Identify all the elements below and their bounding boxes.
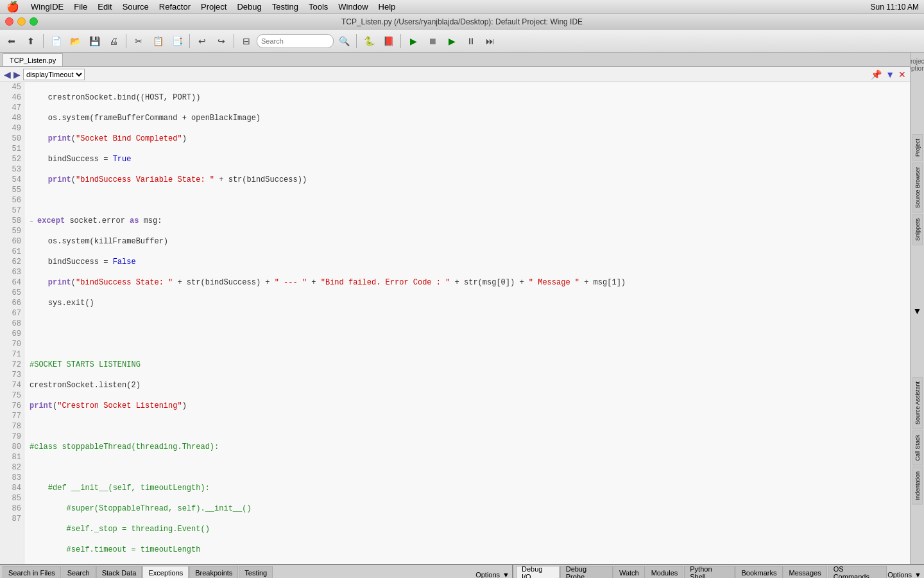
window-title: TCP_Listen.py (/Users/ryanjblajda/Deskto… [341,17,583,26]
toolbar-undo[interactable]: ↩ [193,33,211,49]
sidebar-tab-source-browser[interactable]: Source Browser [912,162,923,213]
sidebar-scroll-down[interactable]: ▼ [912,304,923,317]
bottom-left-panel: Search in Files Search Stack Data Except… [0,565,513,578]
search-input[interactable] [257,34,334,48]
menu-window[interactable]: Window [333,2,373,12]
apple-menu[interactable]: 🍎 [0,1,26,13]
toolbar-back[interactable]: ⬅ [3,33,21,49]
titlebar: TCP_Listen.py (/Users/ryanjblajda/Deskto… [0,14,924,30]
minimize-button[interactable] [17,17,26,26]
nav-forward-btn[interactable]: ▶ [13,69,21,80]
maximize-button[interactable] [30,17,38,26]
options-arrow-left[interactable]: ▼ [502,571,509,578]
btab-messages[interactable]: Messages [783,566,827,578]
btab-search[interactable]: Search [62,566,96,578]
menu-help[interactable]: Help [373,2,401,12]
menu-tools[interactable]: Tools [304,2,333,12]
btab-modules[interactable]: Modules [646,566,684,578]
toolbar-debug[interactable]: ▶ [443,33,461,49]
btab-os-commands[interactable]: OS Commands [828,566,887,578]
menu-edit[interactable]: Edit [92,2,117,12]
btab-watch[interactable]: Watch [613,566,645,578]
toolbar-stop[interactable]: ⏹ [424,33,441,49]
btab-debug-io[interactable]: Debug I/O [516,566,560,578]
menu-debug[interactable]: Debug [232,2,266,12]
options-label-left[interactable]: Options [475,571,500,578]
traffic-lights [5,17,38,26]
toolbar-save[interactable]: 💾 [85,33,103,49]
line-numbers: 45 46 47 48 49 50 51 52 53 54 55 56 57 5… [0,82,24,564]
code-content[interactable]: crestronSocket.bind((HOST, PORT)) os.sys… [24,82,910,564]
toolbar-new[interactable]: 📄 [47,33,65,49]
code-editor[interactable]: 45 46 47 48 49 50 51 52 53 54 55 56 57 5… [0,82,910,564]
arrow-down-icon[interactable]: ▼ [886,69,894,80]
close-button[interactable] [5,17,13,26]
toolbar-pause[interactable]: ⏸ [462,33,480,49]
btab-search-files[interactable]: Search in Files [3,566,61,578]
toolbar: ⬅ ⬆ 📄 📂 💾 🖨 ✂ 📋 📑 ↩ ↪ ⊟ 🔍 🐍 📕 ▶ ⏹ ▶ ⏸ ⏭ [0,30,924,53]
sidebar-tab-project[interactable]: Project [912,134,923,161]
toolbar-step[interactable]: ⏭ [481,33,499,49]
toolbar-separator-2 [126,34,126,48]
options-label-right[interactable]: Options [887,571,912,578]
toolbar-separator-4 [234,34,234,48]
sidebar-tab-indentation[interactable]: Indentation [912,467,923,505]
toolbar-print[interactable]: 🖨 [105,33,123,49]
sidebar-tab-source-assistant[interactable]: Source Assistant [912,377,923,429]
toolbar-separator-1 [43,34,44,48]
btab-testing[interactable]: Testing [239,566,273,578]
menu-project[interactable]: Project [196,2,232,12]
editor-area: TCP_Listen.py ◀ ▶ displayTimeout 📌 ▼ ✕ 4… [0,53,910,564]
menu-testing[interactable]: Testing [267,2,304,12]
menubar: 🍎 WingIDE File Edit Source Refactor Proj… [0,0,924,14]
menu-wingide[interactable]: WingIDE [26,2,69,12]
toolbar-copy[interactable]: 📋 [149,33,167,49]
toolbar-indent[interactable]: ⊟ [237,33,255,49]
toolbar-pdf[interactable]: 📕 [379,33,397,49]
function-bar: ◀ ▶ displayTimeout 📌 ▼ ✕ [0,67,910,82]
sidebar-options-label[interactable]: Project: Options [910,55,924,74]
menu-file[interactable]: File [69,2,92,12]
toolbar-python[interactable]: 🐍 [360,33,378,49]
toolbar-search-icon[interactable]: 🔍 [335,33,353,49]
toolbar-redo[interactable]: ↪ [212,33,230,49]
toolbar-separator-6 [400,34,401,48]
sidebar-tab-call-stack[interactable]: Call Stack [912,430,923,466]
nav-back-btn[interactable]: ◀ [4,69,11,80]
toolbar-separator-3 [189,34,190,48]
sidebar-tab-snippets[interactable]: Snippets [912,214,923,245]
btab-breakpoints[interactable]: Breakpoints [189,566,238,578]
toolbar-open[interactable]: 📂 [66,33,84,49]
bottom-right-options: Options ▼ [887,571,921,578]
btab-exceptions[interactable]: Exceptions [142,566,189,578]
right-sidebar: Project: Options Project Source Browser … [910,53,924,564]
toolbar-run[interactable]: ▶ [404,33,422,49]
toolbar-cut[interactable]: ✂ [130,33,148,49]
tab-bar: TCP_Listen.py [0,53,910,67]
bottom-left-tabbar: Search in Files Search Stack Data Except… [0,565,512,578]
editor-tab-tcplisten[interactable]: TCP_Listen.py [3,53,63,66]
close-icon[interactable]: ✕ [898,69,906,80]
toolbar-paste[interactable]: 📑 [168,33,186,49]
menu-source[interactable]: Source [117,2,154,12]
function-dropdown[interactable]: displayTimeout [23,69,85,80]
main-container: TCP_Listen.py ◀ ▶ displayTimeout 📌 ▼ ✕ 4… [0,53,924,564]
bottom-right-panel: Debug I/O Debug Probe Watch Modules Pyth… [513,565,924,578]
btab-bookmarks[interactable]: Bookmarks [735,566,782,578]
menu-refactor[interactable]: Refactor [154,2,196,12]
bottom-area: Search in Files Search Stack Data Except… [0,564,924,578]
bottom-left-options: Options ▼ [475,571,509,578]
options-arrow-right[interactable]: ▼ [914,571,921,578]
toolbar-forward[interactable]: ⬆ [22,33,40,49]
toolbar-separator-5 [356,34,357,48]
btab-python-shell[interactable]: Python Shell [684,566,735,578]
btab-stack-data[interactable]: Stack Data [96,566,142,578]
btab-debug-probe[interactable]: Debug Probe [560,566,613,578]
pin-icon[interactable]: 📌 [871,69,882,80]
clock: Sun 11:10 AM [871,3,924,12]
bottom-right-tabbar: Debug I/O Debug Probe Watch Modules Pyth… [513,565,924,578]
